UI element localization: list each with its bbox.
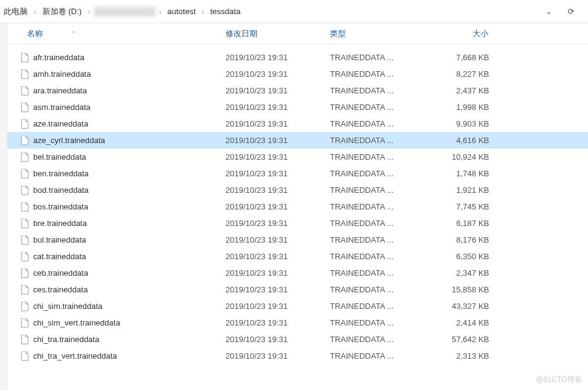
file-row[interactable]: ceb.traineddata2019/10/23 19:31TRAINEDDA… xyxy=(7,265,588,281)
history-dropdown-button[interactable]: ⌄ xyxy=(538,0,560,23)
file-size: 2,414 KB xyxy=(431,318,499,327)
file-name: bul.traineddata xyxy=(33,235,86,244)
header-size-label: 大小 xyxy=(472,29,488,38)
file-type: TRAINEDDATA ... xyxy=(330,169,431,178)
file-row[interactable]: bos.traineddata2019/10/23 19:31TRAINEDDA… xyxy=(7,198,588,215)
file-size: 6,350 KB xyxy=(431,252,499,261)
file-icon xyxy=(20,201,29,213)
file-size: 2,437 KB xyxy=(431,86,499,95)
header-type[interactable]: 类型 xyxy=(330,28,431,39)
file-type: TRAINEDDATA ... xyxy=(330,119,431,128)
file-row[interactable]: bul.traineddata2019/10/23 19:31TRAINEDDA… xyxy=(7,232,588,248)
file-type: TRAINEDDATA ... xyxy=(330,152,431,162)
refresh-icon: ⟳ xyxy=(568,7,574,16)
file-date: 2019/10/23 19:31 xyxy=(225,252,330,261)
breadcrumb-item[interactable]: 此电脑 xyxy=(1,5,30,18)
file-type: TRAINEDDATA ... xyxy=(330,285,431,294)
breadcrumb-item[interactable]: autotest xyxy=(165,6,198,17)
breadcrumb-separator-icon: › xyxy=(88,8,90,15)
file-icon xyxy=(20,218,29,229)
file-date: 2019/10/23 19:31 xyxy=(225,152,330,162)
file-name: afr.traineddata xyxy=(33,53,84,62)
file-size: 15,858 KB xyxy=(431,285,499,294)
file-row[interactable]: chi_tra.traineddata2019/10/23 19:31TRAIN… xyxy=(7,331,588,348)
header-date[interactable]: 修改日期 xyxy=(225,28,330,39)
file-icon xyxy=(20,334,29,345)
file-row[interactable]: ara.traineddata2019/10/23 19:31TRAINEDDA… xyxy=(7,82,588,99)
file-date: 2019/10/23 19:31 xyxy=(225,169,330,178)
file-type: TRAINEDDATA ... xyxy=(330,86,431,95)
file-date: 2019/10/23 19:31 xyxy=(225,335,330,344)
file-type: TRAINEDDATA ... xyxy=(330,53,431,62)
file-icon xyxy=(20,102,29,113)
file-date: 2019/10/23 19:31 xyxy=(225,136,330,145)
file-icon xyxy=(20,168,29,179)
file-icon xyxy=(20,52,29,63)
file-row[interactable]: aze_cyrl.traineddata2019/10/23 19:31TRAI… xyxy=(7,132,588,149)
sidebar-strip xyxy=(0,23,7,390)
file-name: chi_sim_vert.traineddata xyxy=(33,318,120,327)
breadcrumb[interactable]: 此电脑›新加卷 (D:)››autotest›tessdata xyxy=(0,5,538,18)
file-date: 2019/10/23 19:31 xyxy=(225,53,330,62)
file-icon xyxy=(20,235,29,246)
file-name: chi_tra_vert.traineddata xyxy=(33,351,117,361)
file-size: 2,313 KB xyxy=(431,351,499,361)
file-row[interactable]: chi_sim.traineddata2019/10/23 19:31TRAIN… xyxy=(7,298,588,314)
file-row[interactable]: amh.traineddata2019/10/23 19:31TRAINEDDA… xyxy=(7,66,588,82)
breadcrumb-item[interactable] xyxy=(94,7,155,17)
header-size[interactable]: 大小 xyxy=(431,28,499,39)
file-icon xyxy=(20,152,29,163)
file-type: TRAINEDDATA ... xyxy=(330,351,431,361)
file-size: 8,176 KB xyxy=(431,235,499,244)
file-icon xyxy=(20,301,29,312)
file-date: 2019/10/23 19:31 xyxy=(225,219,330,228)
file-icon xyxy=(20,119,29,130)
breadcrumb-separator-icon: › xyxy=(34,8,36,15)
file-date: 2019/10/23 19:31 xyxy=(225,285,330,294)
file-size: 8,227 KB xyxy=(431,69,499,79)
chevron-down-icon: ⌄ xyxy=(546,7,552,16)
file-row[interactable]: ben.traineddata2019/10/23 19:31TRAINEDDA… xyxy=(7,165,588,182)
file-name: bel.traineddata xyxy=(33,152,86,162)
file-row[interactable]: bod.traineddata2019/10/23 19:31TRAINEDDA… xyxy=(7,182,588,198)
sort-indicator-icon: ˆ xyxy=(73,31,74,37)
file-size: 57,642 KB xyxy=(431,335,499,344)
file-icon xyxy=(20,351,29,362)
file-row[interactable]: ces.traineddata2019/10/23 19:31TRAINEDDA… xyxy=(7,281,588,298)
file-date: 2019/10/23 19:31 xyxy=(225,351,330,361)
file-size: 1,921 KB xyxy=(431,185,499,195)
file-name: bre.traineddata xyxy=(33,219,87,228)
file-icon xyxy=(20,185,29,196)
content-area: 名称 ˆ 修改日期 类型 大小 afr.traineddata2019/10/2… xyxy=(0,23,588,390)
file-type: TRAINEDDATA ... xyxy=(330,185,431,195)
file-type: TRAINEDDATA ... xyxy=(330,202,431,211)
file-row[interactable]: bre.traineddata2019/10/23 19:31TRAINEDDA… xyxy=(7,215,588,232)
file-name: bod.traineddata xyxy=(33,185,88,195)
file-name: bos.traineddata xyxy=(33,202,88,211)
file-row[interactable]: bel.traineddata2019/10/23 19:31TRAINEDDA… xyxy=(7,149,588,165)
breadcrumb-item[interactable]: 新加卷 (D:) xyxy=(40,5,84,18)
file-name: aze.traineddata xyxy=(33,119,88,128)
file-type: TRAINEDDATA ... xyxy=(330,318,431,327)
file-date: 2019/10/23 19:31 xyxy=(225,86,330,95)
file-row[interactable]: chi_sim_vert.traineddata2019/10/23 19:31… xyxy=(7,314,588,331)
breadcrumb-item[interactable]: tessdata xyxy=(208,6,243,17)
header-name[interactable]: 名称 ˆ xyxy=(7,28,225,39)
file-row[interactable]: afr.traineddata2019/10/23 19:31TRAINEDDA… xyxy=(7,49,588,66)
file-size: 4,616 KB xyxy=(431,136,499,145)
refresh-button[interactable]: ⟳ xyxy=(560,0,582,23)
file-icon xyxy=(20,69,29,80)
file-type: TRAINEDDATA ... xyxy=(330,136,431,145)
file-name: amh.traineddata xyxy=(33,69,91,79)
header-date-label: 修改日期 xyxy=(225,29,257,38)
file-row[interactable]: chi_tra_vert.traineddata2019/10/23 19:31… xyxy=(7,348,588,364)
file-row[interactable]: aze.traineddata2019/10/23 19:31TRAINEDDA… xyxy=(7,115,588,132)
file-date: 2019/10/23 19:31 xyxy=(225,235,330,244)
file-row[interactable]: cat.traineddata2019/10/23 19:31TRAINEDDA… xyxy=(7,248,588,265)
file-row[interactable]: asm.traineddata2019/10/23 19:31TRAINEDDA… xyxy=(7,99,588,115)
file-icon xyxy=(20,135,29,146)
file-name: cat.traineddata xyxy=(33,252,86,261)
file-date: 2019/10/23 19:31 xyxy=(225,119,330,128)
breadcrumb-separator-icon: › xyxy=(159,8,162,15)
file-type: TRAINEDDATA ... xyxy=(330,103,431,112)
